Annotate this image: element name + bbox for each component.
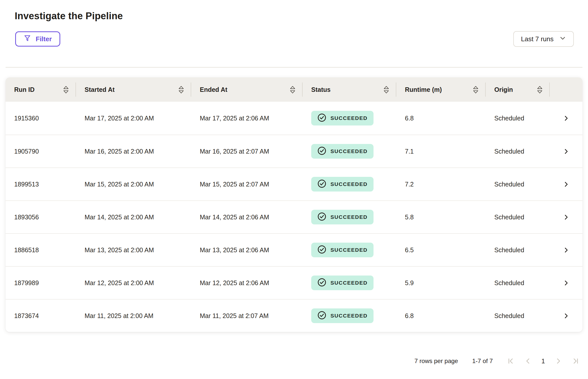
status-badge: SUCCEEDED xyxy=(311,276,374,290)
started-at-cell: Mar 16, 2025 at 2:00 AM xyxy=(76,148,191,155)
chevron-right-icon[interactable] xyxy=(563,247,570,254)
status-badge-label: SUCCEEDED xyxy=(330,214,367,220)
status-cell: SUCCEEDED xyxy=(303,243,396,257)
column-header-label: Started At xyxy=(85,86,115,93)
ended-at-cell: Mar 16, 2025 at 2:07 AM xyxy=(191,148,303,155)
ended-at-cell: Mar 17, 2025 at 2:06 AM xyxy=(191,115,303,122)
ended-at-cell: Mar 12, 2025 at 2:06 AM xyxy=(191,279,303,287)
filter-funnel-icon xyxy=(24,34,31,44)
filter-button-label: Filter xyxy=(36,35,52,43)
origin-cell: Scheduled xyxy=(486,214,550,221)
check-circle-icon xyxy=(317,212,326,222)
ended-at-cell: Mar 13, 2025 at 2:06 AM xyxy=(191,246,303,254)
rows-per-page-label: 7 rows per page xyxy=(415,357,458,365)
runtime-cell: 6.5 xyxy=(396,246,486,254)
sort-icon[interactable] xyxy=(383,86,389,94)
column-header-run-id[interactable]: Run ID xyxy=(6,77,76,102)
sort-icon[interactable] xyxy=(290,86,296,94)
started-at-cell: Mar 12, 2025 at 2:00 AM xyxy=(76,279,191,287)
status-cell: SUCCEEDED xyxy=(303,111,396,125)
chevron-right-icon[interactable] xyxy=(563,312,570,319)
column-header-ended-at[interactable]: Ended At xyxy=(191,77,303,102)
status-badge-label: SUCCEEDED xyxy=(330,181,367,187)
first-page-button[interactable] xyxy=(507,357,515,365)
column-header-status[interactable]: Status xyxy=(303,77,396,102)
table-row[interactable]: 1879989 Mar 12, 2025 at 2:00 AM Mar 12, … xyxy=(6,266,582,299)
run-id-cell: 1905790 xyxy=(6,148,76,155)
table-row[interactable]: 1893056 Mar 14, 2025 at 2:00 AM Mar 14, … xyxy=(6,200,582,233)
table-row[interactable]: 1873674 Mar 11, 2025 at 2:00 AM Mar 11, … xyxy=(6,299,582,332)
origin-cell: Scheduled xyxy=(486,115,550,122)
status-badge-label: SUCCEEDED xyxy=(330,280,367,286)
table-row[interactable]: 1899513 Mar 15, 2025 at 2:00 AM Mar 15, … xyxy=(6,167,582,200)
check-circle-icon xyxy=(317,311,326,321)
chevron-down-icon xyxy=(559,35,566,44)
started-at-cell: Mar 11, 2025 at 2:00 AM xyxy=(76,312,191,320)
origin-cell: Scheduled xyxy=(486,312,550,320)
started-at-cell: Mar 14, 2025 at 2:00 AM xyxy=(76,214,191,221)
ended-at-cell: Mar 15, 2025 at 2:07 AM xyxy=(191,181,303,188)
ended-at-cell: Mar 14, 2025 at 2:06 AM xyxy=(191,214,303,221)
status-badge: SUCCEEDED xyxy=(311,144,374,159)
row-detail-cell xyxy=(550,247,582,254)
chevron-right-icon[interactable] xyxy=(563,148,570,155)
runtime-cell: 5.9 xyxy=(396,279,486,287)
ended-at-cell: Mar 11, 2025 at 2:07 AM xyxy=(191,312,303,320)
run-id-cell: 1873674 xyxy=(6,312,76,320)
column-header-origin[interactable]: Origin xyxy=(486,77,550,102)
runtime-cell: 6.8 xyxy=(396,115,486,122)
row-detail-cell xyxy=(550,312,582,319)
sort-icon[interactable] xyxy=(178,86,184,94)
status-badge-label: SUCCEEDED xyxy=(330,313,367,319)
run-id-cell: 1886518 xyxy=(6,246,76,254)
row-detail-cell xyxy=(550,280,582,286)
run-id-cell: 1915360 xyxy=(6,115,76,122)
run-id-cell: 1879989 xyxy=(6,279,76,287)
chevron-right-icon[interactable] xyxy=(563,280,570,286)
chevron-right-icon[interactable] xyxy=(563,214,570,221)
status-badge: SUCCEEDED xyxy=(311,111,374,125)
status-badge-label: SUCCEEDED xyxy=(330,115,367,121)
chevron-right-icon[interactable] xyxy=(563,115,570,122)
sort-icon[interactable] xyxy=(537,86,543,94)
sort-icon[interactable] xyxy=(63,86,69,94)
table-row[interactable]: 1905790 Mar 16, 2025 at 2:00 AM Mar 16, … xyxy=(6,135,582,167)
last-page-button[interactable] xyxy=(572,357,579,365)
started-at-cell: Mar 15, 2025 at 2:00 AM xyxy=(76,181,191,188)
next-page-button[interactable] xyxy=(555,357,562,365)
column-header-label: Status xyxy=(311,86,330,93)
table-header-row: Run ID Started At Ended At Status xyxy=(6,77,582,102)
row-detail-cell xyxy=(550,115,582,122)
section-divider xyxy=(6,67,582,68)
origin-cell: Scheduled xyxy=(486,148,550,155)
origin-cell: Scheduled xyxy=(486,279,550,287)
column-header-runtime[interactable]: Runtime (m) xyxy=(396,77,486,102)
pipeline-runs-page: Investigate the Pipeline Filter Last 7 r… xyxy=(0,0,588,365)
table-row[interactable]: 1915360 Mar 17, 2025 at 2:00 AM Mar 17, … xyxy=(6,102,582,135)
column-header-label: Origin xyxy=(494,86,513,93)
column-header-started-at[interactable]: Started At xyxy=(76,77,191,102)
column-header-label: Ended At xyxy=(200,86,227,93)
table-row[interactable]: 1886518 Mar 13, 2025 at 2:00 AM Mar 13, … xyxy=(6,233,582,266)
check-circle-icon xyxy=(317,278,326,288)
row-detail-cell xyxy=(550,181,582,188)
status-badge: SUCCEEDED xyxy=(311,177,374,192)
status-badge-label: SUCCEEDED xyxy=(330,148,367,154)
started-at-cell: Mar 13, 2025 at 2:00 AM xyxy=(76,246,191,254)
previous-page-button[interactable] xyxy=(524,357,532,365)
page-title: Investigate the Pipeline xyxy=(15,11,582,22)
column-header-label: Run ID xyxy=(14,86,35,93)
sort-icon[interactable] xyxy=(473,86,479,94)
status-badge: SUCCEEDED xyxy=(311,210,374,224)
status-badge-label: SUCCEEDED xyxy=(330,247,367,253)
pagination: 1 xyxy=(507,357,579,365)
run-id-cell: 1899513 xyxy=(6,181,76,188)
table-footer: 7 rows per page 1-7 of 7 1 xyxy=(6,357,582,365)
row-detail-cell xyxy=(550,214,582,221)
status-cell: SUCCEEDED xyxy=(303,276,396,290)
chevron-right-icon[interactable] xyxy=(563,181,570,188)
filter-button[interactable]: Filter xyxy=(15,31,60,47)
current-page-number[interactable]: 1 xyxy=(541,357,545,365)
status-cell: SUCCEEDED xyxy=(303,308,396,323)
range-selector-dropdown[interactable]: Last 7 runs xyxy=(513,31,574,47)
